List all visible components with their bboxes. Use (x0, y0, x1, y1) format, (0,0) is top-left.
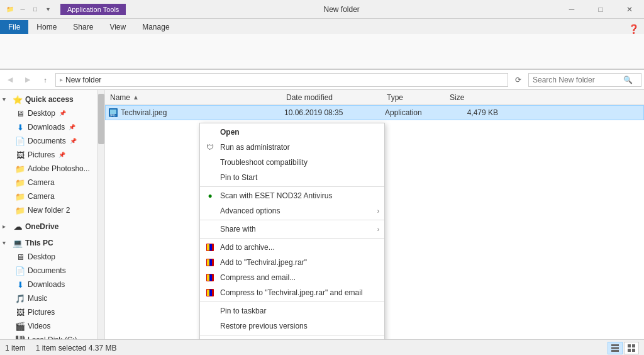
sidebar-item-documents-pc[interactable]: 📄 Documents (0, 264, 97, 278)
sidebar-section-onedrive[interactable]: ▸ ☁ OneDrive (0, 220, 97, 234)
status-bar: 1 item 1 item selected 4.37 MB (0, 339, 644, 355)
pin-icon-downloads: 📌 (69, 124, 75, 130)
sidebar-section-thispc[interactable]: ▾ 💻 This PC (0, 236, 97, 250)
archive-icon-3 (205, 273, 215, 283)
title-bar-icons: 📁 ─ □ ▾ (0, 4, 58, 14)
thispc-icon: 💻 (13, 238, 23, 248)
sidebar-scrollbar[interactable] (97, 90, 105, 339)
path-arrow: ▸ (60, 76, 63, 83)
col-header-type[interactable]: Type (384, 93, 447, 102)
archive-icon-2 (205, 257, 215, 268)
sidebar-item-camera1[interactable]: 📁 Camera (0, 176, 97, 189)
ctx-advanced-options-label: Advanced options (220, 206, 280, 215)
back-button[interactable]: ◀ (3, 72, 18, 87)
sidebar-item-adobe[interactable]: 📁 Adobe Photosho... (0, 162, 97, 176)
sidebar-item-newfolder2[interactable]: 📁 New folder 2 (0, 203, 97, 217)
ctx-restore-versions[interactable]: Restore previous versions (200, 318, 384, 334)
file-name-techviral: Techviral.jpeg (121, 108, 284, 117)
svg-rect-20 (628, 349, 631, 352)
tab-application-tools[interactable]: Application Tools (60, 4, 126, 15)
ctx-troubleshoot[interactable]: Troubleshoot compatibility (200, 155, 384, 170)
sidebar-item-downloads-qa[interactable]: ⬇ Downloads 📌 (0, 120, 97, 134)
ctx-compress-rar-email[interactable]: Compress to "Techviral.jpeg.rar" and ema… (200, 285, 384, 300)
sidebar-label-desktop: Desktop (28, 109, 55, 118)
sidebar-item-documents-qa[interactable]: 📄 Documents 📌 (0, 134, 97, 148)
refresh-button[interactable]: ⟳ (511, 72, 526, 87)
tab-file[interactable]: File (0, 20, 28, 34)
sidebar: ▾ ⭐ Quick access 🖥 Desktop 📌 ⬇ Downloads… (0, 90, 97, 339)
status-item-count: 1 item (5, 344, 26, 352)
ctx-pin-taskbar[interactable]: Pin to taskbar (200, 303, 384, 318)
col-header-name[interactable]: Name ▲ (108, 93, 284, 102)
forward-button[interactable]: ▶ (20, 72, 35, 87)
col-header-date[interactable]: Date modified (284, 93, 384, 102)
search-input[interactable] (533, 76, 621, 84)
sidebar-item-music[interactable]: 🎵 Music (0, 291, 97, 305)
adobe-icon: 📁 (15, 164, 25, 174)
sidebar-label-adobe: Adobe Photosho... (28, 164, 90, 173)
ctx-restore-versions-label: Restore previous versions (220, 322, 308, 330)
sidebar-label-downloads-qa: Downloads (28, 123, 65, 132)
sidebar-item-pictures-qa[interactable]: 🖼 Pictures 📌 (0, 148, 97, 162)
ctx-add-to-rar-label: Add to "Techviral.jpeg.rar" (220, 258, 307, 267)
ctx-sep3 (200, 238, 384, 239)
sidebar-item-videos[interactable]: 🎬 Videos (0, 319, 97, 333)
archive-icon-1 (205, 242, 215, 252)
ctx-compress-email[interactable]: Compress and email... (200, 270, 384, 285)
ctx-add-to-rar[interactable]: Add to "Techviral.jpeg.rar" (200, 255, 384, 270)
sidebar-label-camera2: Camera (28, 192, 55, 201)
camera2-icon: 📁 (15, 191, 25, 201)
ctx-pin-start[interactable]: Pin to Start (200, 170, 384, 185)
search-box[interactable]: 🔍 (528, 73, 641, 87)
sidebar-item-downloads-pc[interactable]: ⬇ Downloads (0, 278, 97, 291)
ctx-scan-eset-label: Scan with ESET NOD32 Antivirus (220, 191, 333, 200)
ctx-advanced-options[interactable]: Advanced options › (200, 203, 384, 218)
ctx-share-with[interactable]: Share with › (200, 222, 384, 237)
sidebar-item-localc[interactable]: 💾 Local Disk (C:) (0, 333, 97, 339)
ctx-add-to-archive[interactable]: Add to archive... (200, 240, 384, 255)
ctx-send-to[interactable]: Send to › (200, 337, 384, 339)
tab-manage[interactable]: Manage (134, 20, 177, 34)
sidebar-item-pictures-pc[interactable]: 🖼 Pictures (0, 305, 97, 319)
svg-rect-4 (207, 244, 209, 251)
svg-rect-18 (628, 344, 631, 347)
expand-icon: ▾ (3, 96, 10, 103)
minimize-button[interactable]: ─ (557, 0, 586, 19)
svg-rect-5 (209, 244, 212, 251)
localc-icon: 💾 (15, 335, 25, 339)
ctx-scan-eset[interactable]: ● Scan with ESET NOD32 Antivirus (200, 188, 384, 203)
sidebar-item-desktop-qa[interactable]: 🖥 Desktop 📌 (0, 106, 97, 120)
eset-icon: ● (205, 191, 215, 201)
ctx-advanced-arrow: › (377, 208, 379, 215)
view-large-button[interactable] (624, 342, 639, 354)
tab-share[interactable]: Share (65, 20, 101, 34)
sidebar-item-camera2[interactable]: 📁 Camera (0, 189, 97, 203)
sidebar-label-camera1: Camera (28, 178, 55, 187)
status-selected-info: 1 item selected 4.37 MB (36, 344, 117, 352)
quick-access-toolbar-icon3: ▾ (43, 4, 53, 14)
path-segment: New folder (65, 76, 101, 84)
close-button[interactable]: ✕ (615, 0, 644, 19)
svg-rect-21 (632, 349, 635, 352)
svg-rect-8 (209, 259, 212, 266)
address-path[interactable]: ▸ New folder (55, 73, 508, 87)
ctx-run-as-admin[interactable]: 🛡 Run as administrator (200, 140, 384, 155)
sidebar-section-quick-access[interactable]: ▾ ⭐ Quick access (0, 93, 97, 106)
help-icon[interactable]: ❓ (628, 24, 639, 34)
sidebar-label-downloads-pc: Downloads (28, 280, 65, 289)
archive-icon-4 (205, 288, 215, 298)
ctx-open[interactable]: Open (200, 125, 384, 140)
view-details-button[interactable] (608, 342, 623, 354)
desktop-icon: 🖥 (15, 108, 25, 118)
file-row-techviral[interactable]: JPG Techviral.jpeg 10.06.2019 08:35 Appl… (105, 105, 644, 120)
pin-icon-desktop: 📌 (59, 110, 66, 116)
up-button[interactable]: ↑ (38, 72, 53, 87)
pictures-icon-qa: 🖼 (15, 150, 25, 160)
maximize-button[interactable]: □ (586, 0, 615, 19)
camera1-icon: 📁 (15, 178, 25, 188)
tab-view[interactable]: View (101, 20, 134, 34)
tab-home[interactable]: Home (28, 20, 65, 34)
downloads-pc-icon: ⬇ (15, 279, 25, 290)
col-header-size[interactable]: Size (447, 93, 497, 102)
sidebar-item-desktop-pc[interactable]: 🖥 Desktop (0, 250, 97, 264)
